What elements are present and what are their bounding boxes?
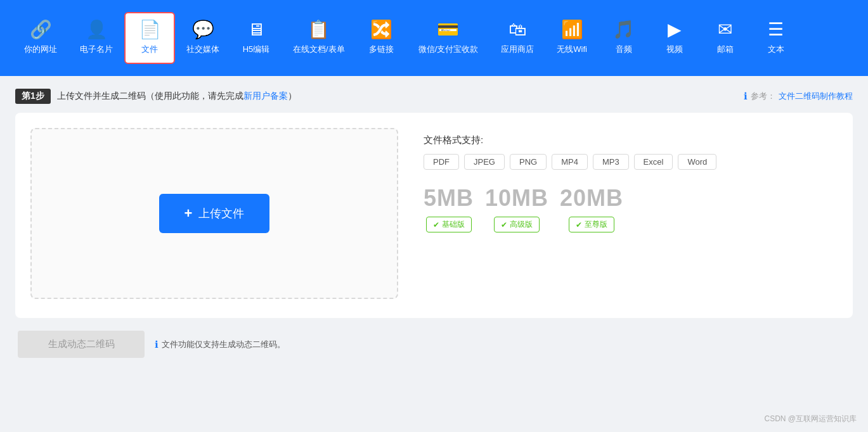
nav-label-file: 文件 [141, 44, 158, 55]
nav-label-social: 社交媒体 [186, 44, 219, 55]
video-icon: ▶ [668, 21, 682, 39]
nav-item-multilink[interactable]: 🔀多链接 [356, 13, 407, 63]
nav-label-ecard: 电子名片 [80, 44, 113, 55]
step-header: 第1步 上传文件并生成二维码（使用此功能，请先完成新用户备案） ℹ 参考： 文件… [15, 89, 853, 104]
upload-button[interactable]: + 上传文件 [159, 194, 270, 233]
nav-item-ecard[interactable]: 👤电子名片 [68, 13, 124, 63]
nav-label-h5: H5编辑 [243, 44, 270, 55]
audio-icon: 🎵 [612, 21, 635, 39]
format-tag-png: PNG [510, 154, 547, 170]
nav-label-website: 你的网址 [24, 44, 57, 55]
multilink-icon: 🔀 [370, 21, 392, 39]
main-card: + 上传文件 文件格式支持: PDFJPEGPNGMP4MP3ExcelWord… [15, 113, 853, 318]
card-inner: + 上传文件 文件格式支持: PDFJPEGPNGMP4MP3ExcelWord… [30, 128, 838, 299]
format-tag-excel: Excel [634, 154, 673, 170]
h5-icon: 🖥 [247, 21, 265, 39]
nav-label-audio: 音频 [616, 44, 632, 55]
format-tags: PDFJPEGPNGMP4MP3ExcelWord [424, 154, 838, 170]
nav-label-wechat: 微信/支付宝收款 [418, 44, 479, 55]
appstore-icon: 🛍 [508, 21, 526, 39]
bottom-note: ℹ 文件功能仅支持生成动态二维码。 [155, 339, 285, 350]
nav-item-file[interactable]: 📄文件 [124, 12, 175, 64]
bottom-note-text: 文件功能仅支持生成动态二维码。 [162, 339, 285, 350]
onlinedoc-icon: 📋 [308, 21, 330, 39]
nav-item-audio[interactable]: 🎵音频 [599, 13, 649, 63]
size-tiers: 5MB✔ 基础版10MB✔ 高级版20MB✔ 至尊版 [424, 185, 838, 232]
nav-label-text: 文本 [768, 44, 784, 55]
wifi-icon: 📶 [561, 21, 583, 39]
ecard-icon: 👤 [86, 21, 108, 39]
new-user-link[interactable]: 新用户备案 [243, 91, 288, 101]
generate-button[interactable]: 生成动态二维码 [18, 331, 145, 358]
top-navigation: 🔗你的网址👤电子名片📄文件💬社交媒体🖥H5编辑📋在线文档/表单🔀多链接💳微信/支… [0, 0, 868, 76]
tutorial-link[interactable]: 文件二维码制作教程 [779, 91, 853, 102]
file-icon: 📄 [139, 21, 161, 39]
tier-badge-高级版: ✔ 高级版 [494, 217, 540, 232]
nav-label-wifi: 无线Wifi [557, 44, 587, 55]
wechat-icon: 💳 [437, 21, 459, 39]
nav-label-email: 邮箱 [717, 44, 734, 55]
check-icon: ✔ [433, 220, 439, 229]
size-tier-基础版: 5MB✔ 基础版 [424, 185, 474, 232]
size-tier-高级版: 10MB✔ 高级版 [485, 185, 548, 232]
size-value-至尊版: 20MB [560, 185, 623, 212]
bottom-info-icon: ℹ [155, 339, 159, 350]
nav-item-wifi[interactable]: 📶无线Wifi [545, 13, 599, 63]
nav-label-video: 视频 [666, 44, 683, 55]
nav-item-text[interactable]: ☰文本 [751, 13, 801, 63]
format-tag-mp4: MP4 [552, 154, 588, 170]
size-value-基础版: 5MB [424, 185, 474, 212]
format-tag-pdf: PDF [424, 154, 459, 170]
social-icon: 💬 [192, 21, 214, 39]
upload-button-label: 上传文件 [198, 206, 244, 221]
nav-item-onlinedoc[interactable]: 📋在线文档/表单 [282, 13, 356, 63]
format-title: 文件格式支持: [424, 134, 838, 146]
nav-item-h5[interactable]: 🖥H5编辑 [231, 13, 282, 63]
step-description: 上传文件并生成二维码（使用此功能，请先完成新用户备案） [57, 91, 297, 102]
nav-item-email[interactable]: ✉邮箱 [700, 13, 751, 63]
email-icon: ✉ [718, 21, 732, 39]
nav-label-multilink: 多链接 [369, 44, 394, 55]
nav-item-website[interactable]: 🔗你的网址 [13, 13, 68, 63]
bottom-bar: 生成动态二维码 ℹ 文件功能仅支持生成动态二维码。 [15, 331, 853, 358]
format-tag-mp3: MP3 [593, 154, 629, 170]
info-icon: ℹ [744, 91, 748, 102]
check-icon: ✔ [576, 220, 582, 229]
nav-label-onlinedoc: 在线文档/表单 [293, 44, 345, 55]
text-icon: ☰ [768, 21, 784, 39]
nav-item-wechat[interactable]: 💳微信/支付宝收款 [407, 13, 490, 63]
watermark: CSDN @互联网运营知识库 [764, 414, 857, 424]
size-value-高级版: 10MB [485, 185, 548, 212]
step-left: 第1步 上传文件并生成二维码（使用此功能，请先完成新用户备案） [15, 89, 297, 104]
format-tag-word: Word [678, 154, 716, 170]
nav-item-social[interactable]: 💬社交媒体 [175, 13, 231, 63]
nav-item-appstore[interactable]: 🛍应用商店 [489, 13, 545, 63]
main-content: 第1步 上传文件并生成二维码（使用此功能，请先完成新用户备案） ℹ 参考： 文件… [0, 76, 868, 371]
size-tier-至尊版: 20MB✔ 至尊版 [560, 185, 623, 232]
nav-item-video[interactable]: ▶视频 [649, 13, 700, 63]
website-icon: 🔗 [30, 21, 52, 39]
upload-zone[interactable]: + 上传文件 [30, 128, 398, 299]
tier-badge-基础版: ✔ 基础版 [426, 217, 472, 232]
file-info-panel: 文件格式支持: PDFJPEGPNGMP4MP3ExcelWord 5MB✔ 基… [424, 128, 838, 232]
format-tag-jpeg: JPEG [464, 154, 505, 170]
check-icon: ✔ [501, 220, 507, 229]
step-badge: 第1步 [15, 89, 51, 104]
plus-icon: + [185, 205, 193, 222]
step-right: ℹ 参考： 文件二维码制作教程 [744, 91, 853, 102]
tier-badge-至尊版: ✔ 至尊版 [569, 217, 614, 232]
nav-label-appstore: 应用商店 [501, 44, 534, 55]
